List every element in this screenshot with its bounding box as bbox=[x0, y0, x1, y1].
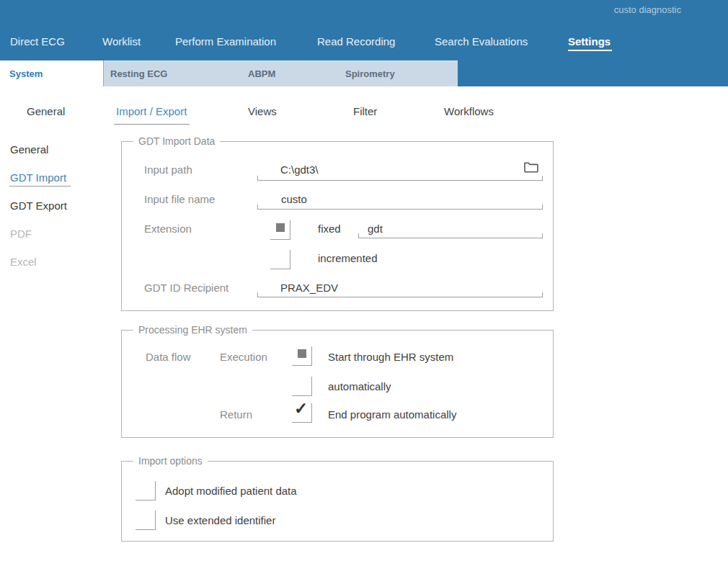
sidebar-item-general[interactable]: General bbox=[10, 143, 48, 156]
start-through-ehr-caption[interactable]: Start through EHR system bbox=[328, 351, 453, 363]
section-nav-workflows[interactable]: Workflows bbox=[444, 105, 494, 117]
gdt-id-recipient-field[interactable] bbox=[257, 292, 543, 297]
checkbox-fill-icon bbox=[298, 349, 306, 358]
execution-label: Execution bbox=[220, 351, 267, 363]
data-flow-label: Data flow bbox=[146, 351, 191, 363]
active-sidebar-underline bbox=[9, 186, 71, 187]
section-nav-filter[interactable]: Filter bbox=[353, 105, 377, 117]
tab-resting-ecg[interactable]: Resting ECG bbox=[110, 60, 167, 86]
panel-legend: GDT Import Data bbox=[133, 135, 220, 147]
section-nav-general[interactable]: General bbox=[27, 105, 65, 117]
panel-import-options: Import options bbox=[121, 461, 554, 542]
checkbox-automatically[interactable] bbox=[292, 377, 312, 396]
panel-legend: Processing EHR system bbox=[133, 324, 252, 336]
checkbox-fill-icon bbox=[276, 223, 285, 232]
header: custo diagnostic Direct ECG Worklist Per… bbox=[0, 0, 728, 60]
checkbox-use-extended[interactable] bbox=[136, 511, 156, 530]
input-path-label: Input path bbox=[144, 163, 192, 176]
section-nav-views[interactable]: Views bbox=[248, 105, 277, 117]
input-path-field[interactable] bbox=[257, 176, 543, 181]
check-icon: ✓ bbox=[294, 399, 308, 418]
sidebar-item-gdt-import[interactable]: GDT Import bbox=[10, 171, 66, 184]
automatically-caption[interactable]: automatically bbox=[328, 380, 391, 392]
brand-text: custo diagnostic bbox=[614, 4, 681, 15]
nav-item-perform-examination[interactable]: Perform Examination bbox=[175, 35, 276, 48]
extension-fixed-field[interactable] bbox=[358, 233, 543, 238]
nav-item-search-evaluations[interactable]: Search Evaluations bbox=[435, 35, 528, 48]
return-label: Return bbox=[220, 408, 252, 421]
adopt-modified-caption[interactable]: Adopt modified patient data bbox=[165, 485, 297, 497]
folder-icon bbox=[523, 161, 539, 174]
checkbox-extension-incremented[interactable] bbox=[270, 250, 290, 269]
browse-folder-button[interactable] bbox=[523, 161, 539, 174]
extension-incremented-caption[interactable]: incremented bbox=[318, 252, 378, 264]
sidebar-item-excel: Excel bbox=[10, 256, 37, 268]
sidebar-item-pdf: PDF bbox=[10, 228, 32, 240]
active-section-underline bbox=[114, 124, 190, 125]
panel-legend: Import options bbox=[133, 455, 208, 467]
tab-separator bbox=[103, 60, 104, 86]
input-path-value[interactable]: C:\gdt3\ bbox=[280, 163, 319, 176]
app-window: custo diagnostic Direct ECG Worklist Per… bbox=[0, 0, 728, 561]
nav-item-worklist[interactable]: Worklist bbox=[102, 35, 141, 48]
checkbox-start-through-ehr[interactable] bbox=[292, 346, 312, 366]
use-extended-caption[interactable]: Use extended identifier bbox=[165, 514, 275, 526]
tab-spirometry[interactable]: Spirometry bbox=[345, 60, 395, 86]
extension-label: Extension bbox=[144, 223, 192, 235]
section-nav-import-export[interactable]: Import / Export bbox=[116, 105, 187, 117]
checkbox-end-program[interactable]: ✓ bbox=[292, 403, 312, 423]
nav-item-read-recording[interactable]: Read Recording bbox=[317, 35, 395, 48]
input-file-name-field[interactable] bbox=[257, 205, 543, 210]
tab-abpm[interactable]: ABPM bbox=[248, 60, 275, 86]
end-program-caption[interactable]: End program automatically bbox=[328, 408, 456, 421]
sidebar-item-gdt-export[interactable]: GDT Export bbox=[10, 199, 67, 212]
checkbox-adopt-modified[interactable] bbox=[136, 481, 156, 501]
active-nav-underline bbox=[568, 50, 612, 51]
nav-item-settings[interactable]: Settings bbox=[568, 35, 611, 48]
input-file-name-label: Input file name bbox=[144, 193, 215, 205]
nav-item-direct-ecg[interactable]: Direct ECG bbox=[10, 35, 65, 48]
tab-system[interactable]: System bbox=[9, 60, 43, 86]
extension-fixed-caption[interactable]: fixed bbox=[318, 223, 341, 235]
checkbox-extension-fixed[interactable] bbox=[270, 220, 290, 240]
gdt-id-recipient-label: GDT ID Recipient bbox=[144, 282, 228, 294]
tab-bar: System Resting ECG ABPM Spirometry bbox=[0, 60, 728, 86]
input-file-name-value[interactable]: custo bbox=[281, 193, 307, 205]
